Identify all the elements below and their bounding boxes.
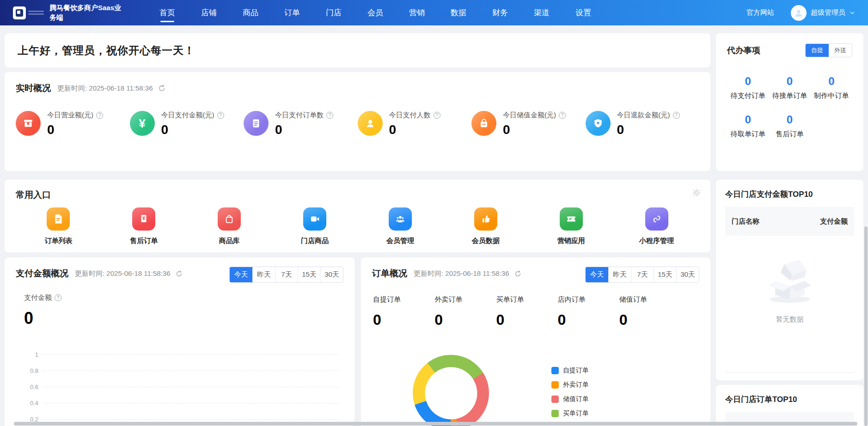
user-menu[interactable]: 超级管理员 [791, 5, 855, 21]
entry-after-sale-orders[interactable]: ¥ 售后订单 [101, 207, 187, 245]
logo-subtext [28, 11, 44, 15]
stat-label: 今日退款金额(元) [617, 111, 670, 120]
stat-value: 0 [389, 122, 440, 137]
tab-7days[interactable]: 7天 [275, 267, 298, 282]
entry-store-goods[interactable]: 门店商品 [272, 207, 358, 245]
help-icon[interactable]: ? [434, 112, 440, 119]
entry-label: 会员管理 [386, 237, 414, 245]
y-tick: 1 [22, 351, 43, 358]
help-icon[interactable]: ? [96, 112, 103, 119]
column-payment-amount: 支付金额 [820, 217, 848, 226]
official-website-link[interactable]: 官方网站 [746, 8, 774, 17]
tab-7days[interactable]: 7天 [631, 267, 654, 282]
tab-15days[interactable]: 15天 [654, 267, 676, 282]
nav-item-data[interactable]: 数据 [449, 0, 468, 25]
stat-label: 店内订单 [558, 295, 619, 304]
stat-value: 0 [558, 311, 619, 329]
stat-delivery-orders: 外卖订单 0 [434, 295, 496, 329]
nav-item-settings[interactable]: 设置 [574, 0, 593, 25]
stat-label: 买单订单 [496, 295, 557, 304]
nav-item-stores[interactable]: 门店 [324, 0, 343, 25]
stat-today-paid-orders: 今日支付订单数? 0 [244, 111, 358, 137]
entry-miniprogram-management[interactable]: 小程序管理 [614, 207, 699, 245]
entry-member-management[interactable]: 会员管理 [358, 207, 443, 245]
tab-yesterday[interactable]: 昨天 [608, 267, 631, 282]
help-icon[interactable]: ? [326, 112, 333, 119]
tab-15days[interactable]: 15天 [298, 267, 320, 282]
toggle-delivery[interactable]: 外送 [829, 44, 852, 57]
thumb-data-icon [474, 207, 497, 231]
order-range-tabs: 今天 昨天 7天 15天 30天 [585, 267, 699, 283]
nav-item-home[interactable]: 首页 [158, 0, 177, 25]
tab-30days[interactable]: 30天 [676, 267, 699, 282]
entry-label: 售后订单 [130, 237, 158, 245]
tab-yesterday[interactable]: 昨天 [252, 267, 275, 282]
column-store-name: 门店名称 [732, 217, 759, 226]
entry-member-data[interactable]: 会员数据 [443, 207, 528, 245]
members-icon [389, 207, 412, 231]
entry-label: 小程序管理 [639, 237, 674, 245]
todo-stat-after-sale[interactable]: 0 售后订单 [769, 113, 810, 139]
refresh-icon[interactable] [158, 84, 166, 92]
todo-stat-making[interactable]: 0 制作中订单 [811, 75, 852, 100]
help-icon[interactable]: ? [673, 112, 680, 119]
horizontal-scrollbar[interactable] [14, 422, 857, 426]
stat-today-payment-amount: ¥ 今日支付金额(元)? 0 [130, 111, 244, 137]
vertical-scrollbar[interactable] [864, 226, 868, 426]
nav-item-marketing[interactable]: 营销 [407, 0, 427, 25]
entry-order-list[interactable]: 订单列表 [16, 207, 101, 245]
stat-value: 0 [373, 311, 434, 329]
nav-item-members[interactable]: 会员 [366, 0, 385, 25]
todo-mode-toggle: 自提 外送 [805, 43, 852, 57]
store-order-top10-card: 今日门店订单TOP10 [716, 385, 863, 426]
stat-value: 0 [617, 122, 680, 137]
update-time-value: 2025-06-18 11:58:36 [106, 269, 170, 277]
help-icon[interactable]: ? [55, 294, 61, 301]
stat-value: 0 [47, 122, 103, 137]
stat-value: 0 [161, 122, 224, 137]
entry-label: 门店商品 [301, 237, 329, 245]
legend-delivery-orders[interactable]: 外卖订单 [551, 381, 589, 389]
stat-today-stored-value: 今日储值金额(元)? 0 [471, 111, 586, 137]
legend-stored-value-orders[interactable]: 储值订单 [551, 395, 589, 403]
stat-label: 今日营业额(元) [47, 111, 93, 120]
nav-item-orders[interactable]: 订单 [282, 0, 302, 25]
todo-value: 0 [811, 75, 852, 88]
update-time-value: 2025-06-18 11:58:36 [445, 269, 509, 277]
entry-goods-library[interactable]: 商品库 [187, 207, 272, 245]
stat-label: 今日支付金额(元) [161, 111, 214, 120]
help-icon[interactable]: ? [559, 112, 566, 119]
stat-label: 今日支付人数 [389, 111, 431, 120]
refresh-icon[interactable] [514, 270, 522, 278]
nav-item-channels[interactable]: 渠道 [532, 0, 551, 25]
legend-label: 自提订单 [563, 366, 589, 375]
legend-swatch [551, 396, 559, 403]
store-payment-top10-title: 今日门店支付金额TOP10 [725, 189, 854, 200]
store-video-icon [303, 207, 326, 231]
payment-line-chart: 1 0.8 0.6 0.4 0.2 [16, 347, 343, 426]
todo-stat-unpaid[interactable]: 0 待支付订单 [727, 75, 769, 100]
legend-swatch [551, 410, 559, 417]
gear-icon[interactable] [692, 188, 701, 197]
tab-today[interactable]: 今天 [586, 267, 608, 282]
stat-instore-orders: 店内订单 0 [558, 295, 619, 329]
greeting-card: 上午好，管理员，祝你开心每一天！ [5, 33, 710, 67]
nav-item-goods[interactable]: 商品 [241, 0, 260, 25]
yen-icon: ¥ [130, 111, 155, 136]
todo-stat-to-pickup[interactable]: 0 待取单订单 [727, 113, 769, 139]
legend-pickup-orders[interactable]: 自提订单 [551, 366, 589, 375]
entry-marketing-apps[interactable]: 营销应用 [528, 207, 614, 245]
nav-item-finance[interactable]: 财务 [490, 0, 510, 25]
help-icon[interactable]: ? [217, 112, 224, 119]
avatar[interactable] [791, 5, 807, 21]
payment-metric-label: 支付金额 [24, 293, 52, 302]
todo-stat-to-accept[interactable]: 0 待接单订单 [769, 75, 810, 100]
tab-today[interactable]: 今天 [230, 267, 252, 282]
tab-30days[interactable]: 30天 [320, 267, 343, 282]
nav-item-shop[interactable]: 店铺 [199, 0, 219, 25]
refresh-icon[interactable] [175, 270, 183, 278]
legend-pay-bill-orders[interactable]: 买单订单 [551, 409, 589, 418]
toggle-pickup[interactable]: 自提 [806, 44, 829, 57]
greeting-text: 上午好，管理员，祝你开心每一天！ [18, 43, 195, 58]
stat-value: 0 [619, 311, 681, 329]
